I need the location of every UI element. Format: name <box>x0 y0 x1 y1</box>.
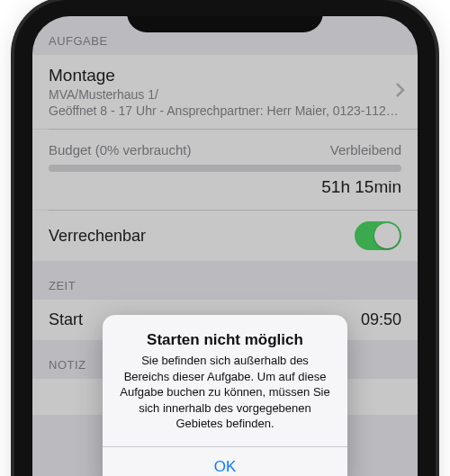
alert-message: Sie befinden sich außerhalb des Bereichs… <box>103 353 347 446</box>
alert-dialog: Starten nicht möglich Sie befinden sich … <box>103 315 347 476</box>
device-frame: AUFGABE Montage MVA/Musterhaus 1/ Geöffn… <box>14 0 436 476</box>
alert-ok-button[interactable]: OK <box>103 447 347 476</box>
alert-title: Starten nicht möglich <box>103 315 347 353</box>
screen: AUFGABE Montage MVA/Musterhaus 1/ Geöffn… <box>32 16 418 476</box>
